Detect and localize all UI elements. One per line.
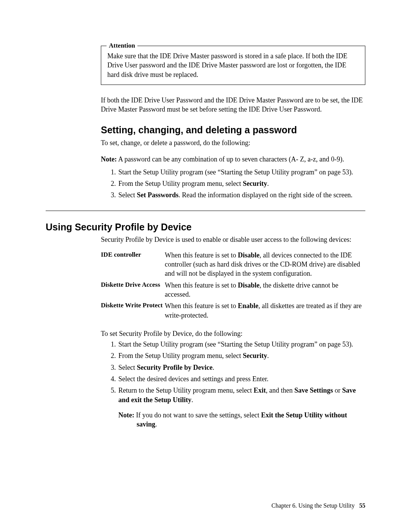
bold-term: Disable [238,281,260,289]
heading-setting-password: Setting, changing, and deleting a passwo… [101,124,365,137]
device-term: IDE controller [101,251,165,259]
bold-term: Save Settings [294,387,333,394]
step-text: . [267,352,269,359]
device-description: When this feature is set to Disable, all… [165,251,365,278]
device-description: When this feature is set to Enable, all … [165,301,365,320]
list-item: From the Setup Utility program menu, sel… [118,179,365,188]
bold-term: Enable [238,302,258,310]
heading-security-profile: Using Security Profile by Device [46,221,365,234]
device-table: IDE controller When this feature is set … [101,251,365,320]
bold-term: Security [243,352,267,359]
attention-text: Make sure that the IDE Drive Master pass… [107,52,347,78]
intro-paragraph: If both the IDE Drive User Password and … [101,96,365,114]
device-description: When this feature is set to Disable, the… [165,281,365,299]
step-text: Start the Setup Utility program (see “St… [118,340,353,348]
note-text: If you do not want to save the settings,… [134,411,261,419]
step-text: . [191,396,193,404]
step-text: . [267,180,269,187]
section1-note: Note: A password can be any combination … [101,155,365,164]
bold-term: Security Profile by Device [137,364,212,371]
step-text: Start the Setup Utility program (see “St… [118,168,353,176]
note-text: . [155,420,157,428]
section2-note: Note: If you do not want to save the set… [118,411,365,429]
list-item: Start the Setup Utility program (see “St… [118,168,365,177]
note-text: A password can be any combination of up … [117,155,344,163]
step-text: . [213,364,215,371]
attention-box: Attention Make sure that the IDE Drive M… [101,46,365,85]
step-text: Select [118,364,137,371]
step-text: Select the desired devices and settings … [118,375,268,383]
device-term: Diskette Drive Access [101,281,165,289]
desc-text: When this feature is set to [165,251,238,259]
footer-chapter: Chapter 6. Using the Setup Utility [271,502,355,509]
attention-label: Attention [107,42,137,50]
list-item: From the Setup Utility program menu, sel… [118,351,365,360]
step-text: From the Setup Utility program menu, sel… [118,180,243,187]
table-row: Diskette Write Protect When this feature… [101,301,365,320]
list-item: Select the desired devices and settings … [118,374,365,383]
section1-steps: Start the Setup Utility program (see “St… [101,168,365,200]
note-label: Note: [118,411,134,419]
list-item: Start the Setup Utility program (see “St… [118,340,365,349]
device-term: Diskette Write Protect [101,301,165,310]
list-item: Select Set Passwords. Read the informati… [118,190,365,200]
desc-text: When this feature is set to [165,281,238,289]
main-content: Attention Make sure that the IDE Drive M… [101,46,365,429]
document-page: Attention Make sure that the IDE Drive M… [0,0,411,532]
bold-term: Security [243,180,267,187]
page-number: 55 [359,502,365,509]
bold-term: Set Passwords [137,191,178,199]
step-text: Select [118,191,137,199]
section2-steps: Start the Setup Utility program (see “St… [101,340,365,429]
section2-lead: Security Profile by Device is used to en… [101,235,365,244]
step-text: or [333,387,342,394]
step-text: From the Setup Utility program menu, sel… [118,352,243,359]
step-text: , and then [266,387,294,394]
page-footer: Chapter 6. Using the Setup Utility 55 [271,502,365,509]
step-text: Return to the Setup Utility program menu… [118,387,253,394]
desc-text: When this feature is set to [165,302,238,310]
bold-term: Disable [238,251,260,259]
table-row: IDE controller When this feature is set … [101,251,365,278]
section1-lead: To set, change, or delete a password, do… [101,138,365,147]
bold-term: Exit [253,387,266,394]
note-label: Note: [101,155,117,163]
list-item: Return to the Setup Utility program menu… [118,386,365,429]
section2-lead2: To set Security Profile by Device, do th… [101,329,365,338]
list-item: Select Security Profile by Device. [118,363,365,372]
section-divider [46,211,365,211]
table-row: Diskette Drive Access When this feature … [101,281,365,299]
step-text: . Read the information displayed on the … [178,191,352,199]
